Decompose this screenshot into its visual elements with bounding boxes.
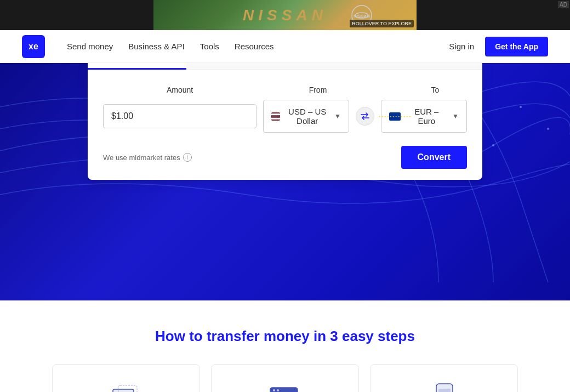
- amount-input-wrap: [103, 104, 256, 128]
- ad-banner: NISSAN NISSAN ROLLOVER TO EXPLORE AD: [0, 0, 570, 30]
- nav-send-money[interactable]: Send money: [67, 42, 113, 51]
- nav-tools[interactable]: Tools: [200, 42, 219, 51]
- ad-content[interactable]: NISSAN NISSAN ROLLOVER TO EXPLORE: [153, 0, 417, 30]
- tab-convert[interactable]: Convert: [88, 63, 186, 70]
- to-chevron-icon: ▼: [452, 112, 459, 120]
- to-currency-wrap: EUR – Euro ▼: [381, 100, 467, 133]
- from-label: From: [263, 86, 373, 94]
- form-labels: Amount From To: [103, 86, 467, 94]
- from-currency-text: USD – US Dollar: [284, 107, 330, 126]
- from-currency-wrap: USD – US Dollar ▼: [263, 100, 349, 133]
- converter-tabs: Convert Send: [88, 63, 482, 70]
- ad-label: AD: [558, 1, 569, 8]
- convert-button[interactable]: Convert: [401, 146, 467, 169]
- nav-links: Send money Business & API Tools Resource…: [67, 42, 449, 51]
- svg-point-22: [277, 389, 279, 391]
- form-bottom: We use midmarket rates i Convert: [103, 144, 467, 169]
- step-1-icon: [107, 381, 145, 392]
- step-2-icon: [266, 381, 304, 392]
- step-card-1: 1. Create account It takes just a few mi…: [52, 364, 200, 392]
- nav-resources[interactable]: Resources: [235, 42, 274, 51]
- get-app-button[interactable]: Get the App: [485, 37, 548, 56]
- svg-text:NISSAN: NISSAN: [354, 14, 370, 19]
- from-currency-display: USD – US Dollar: [271, 107, 330, 126]
- form-row: USD – US Dollar ▼: [103, 100, 467, 133]
- midmarket-info: We use midmarket rates i: [103, 153, 192, 162]
- step-card-3: 3. Confirm and send Check the currencies…: [370, 364, 518, 392]
- eur-flag: [389, 112, 401, 121]
- xe-logo[interactable]: xe: [22, 35, 45, 58]
- converter-form: Amount From To USD – US Dollar: [88, 70, 482, 180]
- to-currency-text: EUR – Euro: [405, 107, 448, 126]
- navbar: xe Send money Business & API Tools Resou…: [0, 30, 570, 63]
- svg-point-8: [547, 128, 549, 130]
- step-card-2: 2. Enter details Add recipient (you'll n…: [211, 364, 359, 392]
- svg-point-21: [273, 389, 275, 391]
- from-currency-dropdown[interactable]: USD – US Dollar ▼: [263, 100, 349, 133]
- content-section: How to transfer money in 3 easy steps: [0, 300, 570, 392]
- sign-in-button[interactable]: Sign in: [449, 42, 474, 51]
- amount-input[interactable]: [103, 104, 256, 128]
- amount-label: Amount: [103, 86, 256, 94]
- tab-send[interactable]: Send: [186, 63, 285, 70]
- to-currency-display: EUR – Euro: [389, 107, 448, 126]
- nissan-brand: NISSAN: [243, 7, 327, 24]
- steps-grid: 1. Create account It takes just a few mi…: [22, 364, 548, 392]
- converter-card: Convert Send: [88, 63, 482, 180]
- steps-title: How to transfer money in 3 easy steps: [22, 328, 548, 345]
- tab-alerts[interactable]: Alerts: [384, 63, 482, 70]
- nav-actions: Sign in Get the App: [449, 37, 548, 56]
- from-chevron-icon: ▼: [334, 112, 341, 120]
- converter-wrapper: Convert Send: [77, 63, 493, 180]
- hero-section: The World's Trusted Currency Authority C…: [0, 63, 570, 300]
- tab-charts[interactable]: Charts: [285, 63, 384, 70]
- rollover-cta[interactable]: ROLLOVER TO EXPLORE: [350, 20, 414, 27]
- info-icon[interactable]: i: [183, 153, 192, 162]
- midmarket-text: We use midmarket rates: [103, 154, 180, 162]
- nav-business-api[interactable]: Business & API: [128, 42, 185, 51]
- step-3-icon: [425, 381, 463, 392]
- to-currency-dropdown[interactable]: EUR – Euro ▼: [381, 100, 467, 133]
- svg-rect-24: [438, 389, 451, 392]
- svg-rect-10: [113, 389, 134, 392]
- swap-button[interactable]: [356, 107, 374, 126]
- to-label: To: [379, 86, 467, 94]
- usd-flag: [271, 112, 280, 121]
